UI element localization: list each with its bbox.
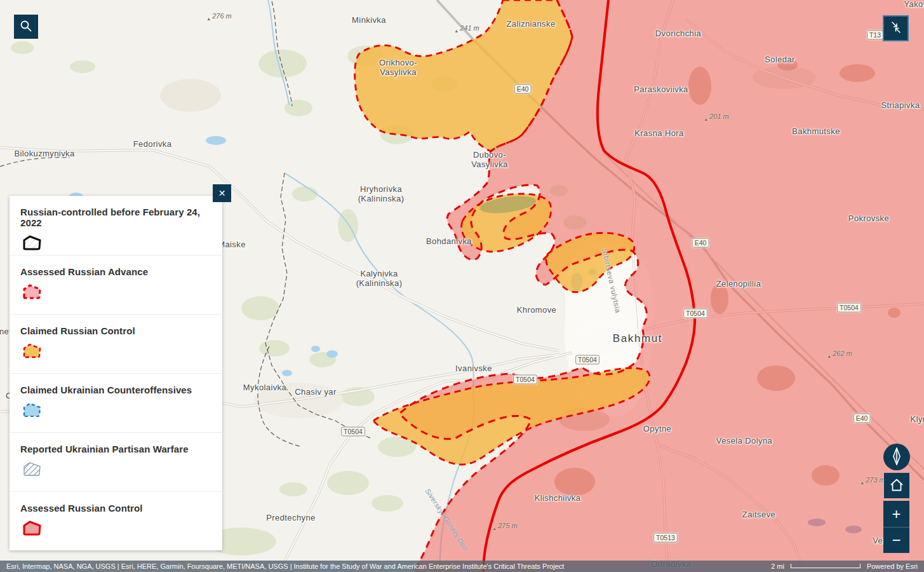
attribution-bar: Esri, Intermap, NASA, NGA, USGS | Esri, … — [0, 561, 924, 572]
zoom-controls: + − — [883, 501, 909, 553]
legend-swatch-assessed-russian — [21, 519, 44, 537]
legend-item: Assessed Russian Control — [10, 491, 222, 550]
zoom-out-button[interactable]: − — [883, 527, 909, 553]
legend-swatch-prewar-outline — [21, 234, 44, 252]
legend-swatch-partisan-warfare — [21, 460, 44, 478]
legend-item-label: Reported Ukrainian Partisan Warfare — [20, 444, 216, 454]
powered-by-esri: Powered by Esri — [867, 562, 918, 570]
scale-label: 2 mi — [771, 562, 784, 570]
compass-button[interactable] — [883, 444, 910, 470]
legend-swatch-assessed-advance — [21, 283, 44, 301]
legend-item: Reported Ukrainian Partisan Warfare — [10, 432, 222, 491]
legend-item: Claimed Russian Control — [10, 314, 222, 373]
collapse-icon — [887, 18, 906, 39]
legend-item: Assessed Russian Advance — [10, 255, 222, 314]
legend-item: Russian-controlled before February 24, 2… — [10, 196, 222, 255]
legend-item-label: Russian-controlled before February 24, 2… — [20, 207, 216, 228]
search-icon — [18, 18, 34, 36]
legend-close-button[interactable]: ✕ — [213, 184, 231, 202]
home-button[interactable] — [884, 473, 909, 498]
attribution-sources: Esri, Intermap, NASA, NGA, USGS | Esri, … — [6, 562, 765, 570]
compass-icon — [887, 446, 906, 468]
legend-item-label: Claimed Ukrainian Counteroffensives — [20, 385, 216, 395]
legend-item: Claimed Ukrainian Counteroffensives — [10, 373, 222, 432]
search-button[interactable] — [14, 15, 38, 39]
scale-bar — [791, 564, 860, 568]
legend-item-label: Assessed Russian Advance — [20, 266, 216, 277]
collapse-button[interactable] — [883, 15, 909, 41]
zoom-in-button[interactable]: + — [883, 501, 909, 527]
legend-swatch-claimed-ukrainian — [21, 401, 44, 419]
home-icon — [888, 477, 905, 495]
legend-item-label: Claimed Russian Control — [20, 325, 216, 336]
legend-swatch-claimed-russian — [21, 342, 44, 360]
legend-panel: Russian-controlled before February 24, 2… — [10, 196, 222, 550]
map-application: MinkivkaZaliznianskeDvorichchiaSoledarPa… — [0, 0, 924, 572]
legend-item-label: Assessed Russian Control — [20, 503, 216, 514]
